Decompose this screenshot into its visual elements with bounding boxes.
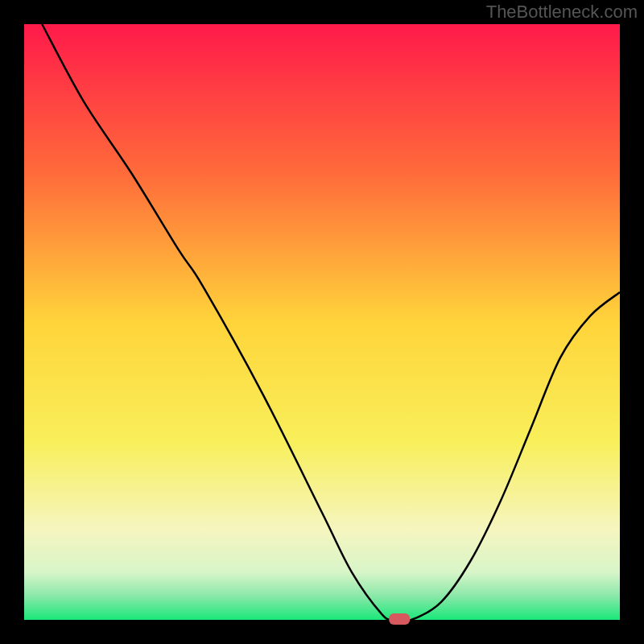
gradient-background [24, 24, 620, 620]
chart-container: TheBottleneck.com [0, 0, 644, 644]
optimal-marker [389, 613, 410, 625]
watermark-text: TheBottleneck.com [486, 2, 638, 23]
bottleneck-chart [0, 0, 644, 644]
